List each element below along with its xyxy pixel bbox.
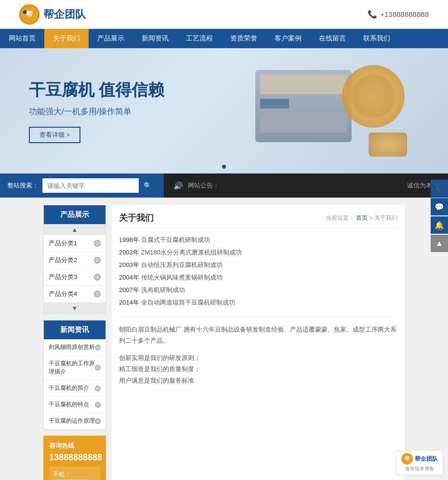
sidebar-product-item-4[interactable]: 产品分类4 xyxy=(44,286,105,303)
history-2014: 2014年 全自动两道辊筒干豆腐机研制成功 xyxy=(119,296,397,309)
right-icon-bell[interactable]: 🔔 xyxy=(431,216,448,234)
news-dot-2 xyxy=(95,365,101,371)
sidebar-products-title: 产品展示 xyxy=(44,205,105,224)
banner-content: 干豆腐机 值得信赖 功能强大/一机多用/操作简单 查看详细 > xyxy=(0,65,193,158)
right-side-icons: 📞 💬 🔔 ▲ xyxy=(431,180,448,252)
search-bar: 整站搜索： 🔍 🔊 网站公告： 诚信为本： xyxy=(0,173,448,198)
breadcrumb: 当前位置： 首页 > 关于我们 xyxy=(326,214,397,222)
sidebar-products-up-arrow[interactable]: ▲ xyxy=(44,224,105,235)
sidebar-news-item-5[interactable]: 干豆腐的运作原理 xyxy=(44,413,105,429)
banner-title: 干豆腐机 值得信赖 xyxy=(29,79,164,101)
nav-item-products[interactable]: 产品展示 xyxy=(89,29,133,48)
banner-detail-button[interactable]: 查看详细 > xyxy=(29,127,80,143)
slogan-2: 精工细造是我们的质量制度； xyxy=(119,363,397,374)
news-dot-1 xyxy=(95,345,101,350)
nav-item-home[interactable]: 网站首页 xyxy=(0,29,44,48)
news-dot-3 xyxy=(95,386,101,391)
right-icon-up[interactable]: ▲ xyxy=(431,235,448,252)
nav-item-about[interactable]: 关于我们 xyxy=(44,29,89,48)
banner: 干豆腐机 值得信赖 功能强大/一机多用/操作简单 查看详细 > xyxy=(0,48,448,173)
sidebar-news-item-4[interactable]: 干豆腐机的特点 xyxy=(44,397,105,413)
product-dot-3 xyxy=(94,274,101,280)
nav-item-process[interactable]: 工艺流程 xyxy=(177,29,222,48)
brand-name: 帮企团队 xyxy=(415,455,438,463)
phone-number: +13888888888 xyxy=(380,10,429,18)
right-icon-chat[interactable]: 💬 xyxy=(431,198,448,215)
product-dot-2 xyxy=(94,257,101,264)
phone-display: 📞 +13888888888 xyxy=(368,10,429,19)
banner-dots xyxy=(215,165,233,169)
content-title: 关于我们 xyxy=(119,212,154,224)
content-body: 1998年 豆腐式干豆腐机研制成功 2002年 ZM180水分分离式磨浆机组研制… xyxy=(119,234,397,309)
news-dot-4 xyxy=(95,402,101,408)
announce-label: 网站公告： xyxy=(188,181,219,190)
hotline-details: 手机：13888888888 电话：13888888888 地址：xxxxxxx… xyxy=(49,467,100,480)
phone-icon: 📞 xyxy=(368,10,377,19)
sidebar-news-box: 新闻资讯 剑风烟雨原创赏析 干豆腐机的工作原理描介 干豆腐机的简介 干豆腐机的特… xyxy=(43,320,106,430)
logo: 帮 帮企团队 xyxy=(19,4,86,25)
content-header: 关于我们 当前位置： 首页 > 关于我们 xyxy=(119,212,397,228)
main-nav: 网站首页 关于我们 产品展示 新闻资讯 工艺流程 资质荣誉 客户案例 在线留言 … xyxy=(0,29,448,48)
announce-section: 🔊 网站公告： 诚信为本： xyxy=(164,173,448,198)
hotline-mobile: 手机：13888888888 xyxy=(53,470,96,480)
history-2004: 2004年 传统火锅风味煮浆锅研制成功 xyxy=(119,271,397,284)
nav-item-message[interactable]: 在线留言 xyxy=(310,29,355,48)
history-2007: 2007年 洗布机研制成功 xyxy=(119,284,397,296)
slogan-1: 创新实用是我们的研发原则； xyxy=(119,352,397,363)
sidebar-news-item-3[interactable]: 干豆腐机的简介 xyxy=(44,380,105,397)
main-area: 产品展示 ▲ 产品分类1 产品分类2 产品分类3 产品分类4 ▼ 新闻资讯 xyxy=(0,198,448,480)
company-desc: 朝阳白眉豆制品机械厂 拥有十六年豆制品设备研发制造经验、产品适覆蒙蒙、焦家、成型… xyxy=(119,324,397,386)
slogan-3: 用户满意是我们的服务标准 xyxy=(119,375,397,386)
history-1998: 1998年 豆腐式干豆腐机研制成功 xyxy=(119,234,397,246)
nav-item-cases[interactable]: 客户案例 xyxy=(266,29,310,48)
news-dot-5 xyxy=(95,418,101,424)
history-2002: 2002年 ZM180水分分离式磨浆机组研制成功 xyxy=(119,246,397,259)
nav-item-contact[interactable]: 联系我们 xyxy=(355,29,399,48)
hotline-title: 咨询热线 xyxy=(49,441,100,450)
sidebar-product-item-1[interactable]: 产品分类1 xyxy=(44,235,105,252)
banner-machine-visual xyxy=(255,55,409,166)
desc-paragraph: 朝阳白眉豆制品机械厂 拥有十六年豆制品设备研发制造经验、产品适覆蒙蒙、焦家、成型… xyxy=(119,324,397,347)
logo-icon: 帮 xyxy=(19,4,40,25)
product-dot-1 xyxy=(94,240,101,247)
sidebar-news-item-2[interactable]: 干豆腐机的工作原理描介 xyxy=(44,356,105,380)
hotline-box: 咨询热线 13888888888 手机：13888888888 电话：13888… xyxy=(43,436,106,480)
sidebar-news-title: 新闻资讯 xyxy=(44,320,105,339)
banner-subtitle: 功能强大/一机多用/操作简单 xyxy=(29,106,164,117)
announce-speaker-icon: 🔊 xyxy=(173,181,183,190)
header: 帮 帮企团队 📞 +13888888888 xyxy=(0,0,448,29)
nav-item-news[interactable]: 新闻资讯 xyxy=(133,29,177,48)
sidebar: 产品展示 ▲ 产品分类1 产品分类2 产品分类3 产品分类4 ▼ 新闻资讯 xyxy=(43,205,106,480)
hotline-number: 13888888888 xyxy=(49,453,100,463)
logo-text: 帮企团队 xyxy=(43,7,86,22)
sidebar-products-box: 产品展示 ▲ 产品分类1 产品分类2 产品分类3 产品分类4 ▼ xyxy=(43,205,106,314)
sidebar-product-item-3[interactable]: 产品分类3 xyxy=(44,269,105,286)
search-label: 整站搜索： xyxy=(7,181,39,190)
history-2003: 2003年 自动恒压系列豆腐机研制成功 xyxy=(119,259,397,271)
breadcrumb-current: 关于我们 xyxy=(374,214,397,221)
sidebar-products-down-arrow[interactable]: ▼ xyxy=(44,303,105,314)
search-input[interactable] xyxy=(42,179,139,192)
content-area: 关于我们 当前位置： 首页 > 关于我们 1998年 豆腐式干豆腐机研制成功 2… xyxy=(112,205,405,480)
search-button[interactable]: 🔍 xyxy=(139,178,157,193)
sidebar-product-item-2[interactable]: 产品分类2 xyxy=(44,252,105,269)
nav-item-honor[interactable]: 资质荣誉 xyxy=(222,29,266,48)
sidebar-news-item-1[interactable]: 剑风烟雨原创赏析 xyxy=(44,339,105,356)
product-dot-4 xyxy=(94,291,101,297)
right-icon-phone[interactable]: 📞 xyxy=(431,180,448,197)
breadcrumb-home[interactable]: 首页 xyxy=(356,214,368,221)
brand-sub: 春哥技术博客 xyxy=(405,466,434,472)
brand-watermark: 帮 帮企团队 春哥技术博客 xyxy=(396,450,443,475)
